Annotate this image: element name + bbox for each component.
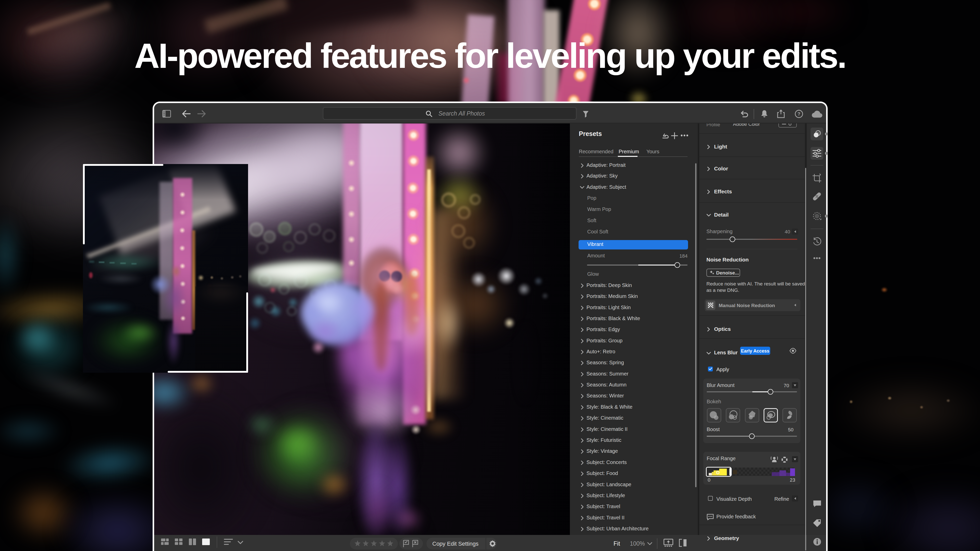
- svg-text:?: ?: [797, 111, 800, 117]
